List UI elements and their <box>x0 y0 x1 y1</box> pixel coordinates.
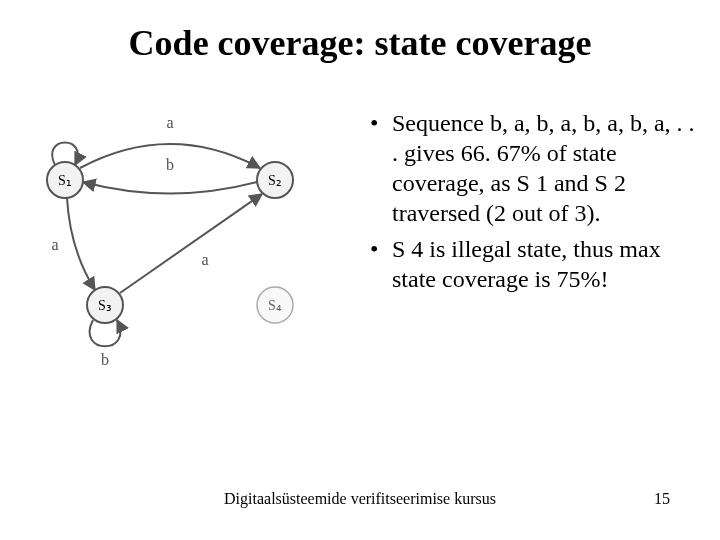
slide-title: Code coverage: state coverage <box>0 22 720 64</box>
state-diagram-svg: S₁ S₂ S₃ S₄ a b a a <box>30 110 350 370</box>
footer-text: Digitaalsüsteemide verifitseerimise kurs… <box>0 490 720 508</box>
node-s1-label: S₁ <box>58 173 72 188</box>
edge-s1-s3-a <box>67 198 95 290</box>
edge-s3-s2-a <box>120 194 262 293</box>
page-number: 15 <box>654 490 670 508</box>
bullet-item: S 4 is illegal state, thus max state cov… <box>370 234 700 294</box>
bullet-list: Sequence b, a, b, a, b, a, b, a, . . . g… <box>370 108 700 300</box>
bullet-item: Sequence b, a, b, a, b, a, b, a, . . . g… <box>370 108 700 228</box>
edge-label-a-top: a <box>166 114 173 131</box>
state-diagram: S₁ S₂ S₃ S₄ a b a a <box>30 110 350 370</box>
edge-label-b-bottom: b <box>101 351 109 368</box>
edge-label-a-left: a <box>51 236 58 253</box>
bullet-text-2: S 4 is illegal state, thus max state cov… <box>392 236 661 292</box>
node-s3-label: S₃ <box>98 298 112 313</box>
node-s2-label: S₂ <box>268 173 282 188</box>
edge-s1-s2-b <box>83 182 257 194</box>
edge-label-b-mid: b <box>166 156 174 173</box>
bullet-text-1: Sequence b, a, b, a, b, a, b, a, . . . g… <box>392 110 695 226</box>
slide: Code coverage: state coverage S₁ S₂ S₃ S… <box>0 0 720 540</box>
edge-label-a-diag: a <box>201 251 208 268</box>
node-s4-label: S₄ <box>268 298 282 313</box>
